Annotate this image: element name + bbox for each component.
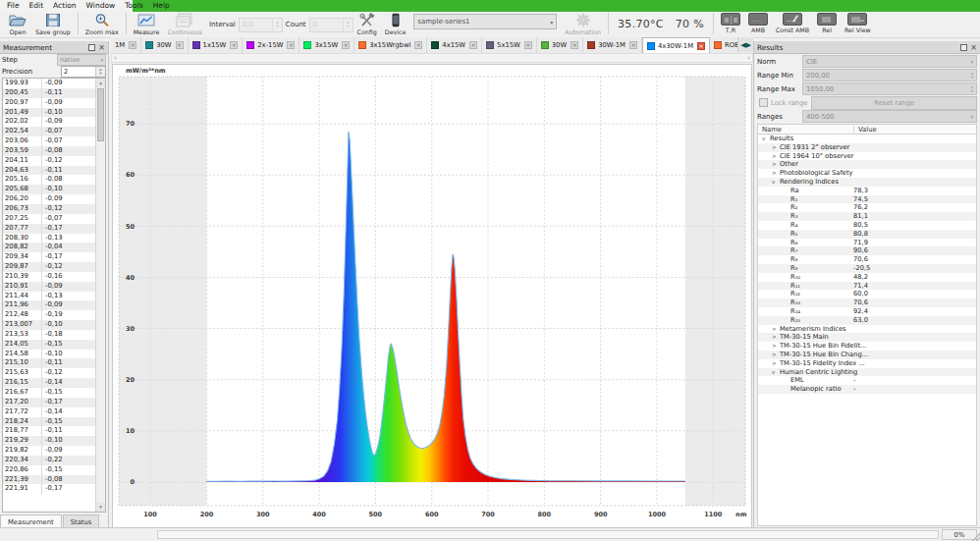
menu-help[interactable]: Help [148,0,175,12]
range-max-spinbox[interactable]: 1050,00 ▴▾ [802,82,977,95]
interval-spinner-arrows[interactable]: ▴ ▾ [272,19,282,31]
measurement-row[interactable]: 215,10-0,11 [3,358,96,368]
series-tab[interactable]: 30W× [537,37,583,53]
measurement-row[interactable]: 216,67-0,15 [3,388,96,398]
measurement-scrollbar[interactable]: ▴ ▾ [95,79,105,512]
scroll-up-icon[interactable]: ▴ [96,79,105,87]
close-tab-icon[interactable]: × [571,41,578,49]
measurement-row[interactable]: 205,16-0,08 [3,175,96,185]
const-amb-button[interactable]: Const AMB [772,12,813,37]
measurement-row[interactable]: 213,53-0,18 [3,330,96,340]
close-tab-icon[interactable]: × [129,41,136,49]
float-panel-icon[interactable] [960,44,967,51]
close-tab-icon[interactable]: × [697,42,705,50]
reset-range-button[interactable]: Reset range [811,96,977,110]
series-tab[interactable]: 3x15Wrgbwl× [354,37,427,53]
measurement-row[interactable]: 221,39-0,08 [3,475,96,485]
open-button[interactable]: Open [4,12,31,37]
lock-range-checkbox[interactable] [759,98,768,107]
measurement-row[interactable]: 202,54-0,07 [3,127,96,136]
series-tab[interactable]: 5x15W× [482,37,537,53]
measurement-row[interactable]: 202,02-0,09 [3,117,96,127]
tree-item[interactable]: R₆71,9 [758,239,976,247]
tree-item[interactable]: vResults [758,135,976,143]
chart-horizontal-scrollbar[interactable]: ‹ › [111,53,753,63]
device-button[interactable]: Device [381,12,410,37]
tree-item[interactable]: R₇90,6 [758,246,976,255]
tree-item[interactable]: >CIE 1964 10° observer [758,152,976,161]
expand-icon[interactable]: > [772,351,777,359]
save-group-button[interactable]: Save group [31,12,75,37]
tree-item[interactable]: >TM-30-15 Hue Bin Fidelit... [758,342,976,351]
spectrum-chart-canvas[interactable]: mW/m²*nm01020304050607010020030040050060… [112,64,752,528]
series-combobox[interactable]: sample-series1 ▾ [413,14,557,29]
series-tab[interactable]: 1M× [111,37,141,53]
close-tab-icon[interactable]: × [414,41,422,49]
tr-button[interactable]: T,R [717,12,744,37]
count-spinner-arrows[interactable]: ▴ ▾ [343,19,353,31]
spin-down-icon[interactable]: ▾ [96,72,105,76]
measurement-row[interactable]: 214,05-0,15 [3,340,96,350]
tree-item[interactable]: Ra78,3 [758,187,976,195]
measurement-row[interactable]: 221,91-0,17 [3,484,96,494]
measurement-row[interactable]: 207,25-0,07 [3,214,96,224]
scroll-down-icon[interactable]: ▾ [96,503,105,512]
hscroll-left-icon[interactable]: ‹ [112,54,119,62]
measurement-row[interactable]: 213,007-0,10 [3,320,96,330]
measurement-row[interactable]: 199,93-0,09 [3,79,96,88]
name-column-header[interactable]: Name [758,126,854,134]
measurement-row[interactable]: 204,11-0,12 [3,156,96,166]
measurement-row[interactable]: 208,82-0,04 [3,243,96,252]
continuous-button[interactable]: Continuous [163,12,206,37]
expand-icon[interactable]: > [772,152,777,161]
expand-icon[interactable]: > [772,325,777,334]
close-panel-icon[interactable]: × [98,44,105,51]
measurement-row[interactable]: 219,82-0,09 [3,446,96,456]
measurement-row[interactable]: 214,58-0,10 [3,350,96,359]
tree-item[interactable]: R₂76,2 [758,203,976,212]
norm-combobox[interactable]: CIE ▾ [802,55,977,68]
expand-icon[interactable]: > [772,333,777,342]
measurement-row[interactable]: 217,72-0,14 [3,407,96,417]
spin-down-icon[interactable]: ▾ [971,76,973,80]
tree-item[interactable]: R₁₃70,6 [758,298,976,307]
measurement-row[interactable]: 217,20-0,17 [3,398,96,407]
measurement-row[interactable]: 218,24-0,15 [3,417,96,427]
measurement-row[interactable]: 210,39-0,16 [3,272,96,282]
measurement-row[interactable]: 201,49-0,10 [3,108,96,118]
tree-item[interactable]: vHuman Centric Lighting [758,368,976,377]
spinner-arrows[interactable]: ▴▾ [971,72,973,80]
tree-item[interactable]: vRendering Indices [758,178,976,187]
tree-item[interactable]: R₉-20,5 [758,264,976,273]
measurement-row[interactable]: 206,73-0,12 [3,204,96,214]
menu-edit[interactable]: Edit [25,0,49,12]
close-tab-icon[interactable]: × [287,41,295,49]
measurement-row[interactable]: 215,63-0,12 [3,368,96,378]
tree-item[interactable]: EML- [758,376,976,385]
measurement-row[interactable]: 211,96-0,09 [3,300,96,310]
amb-button[interactable]: AMB [744,12,772,37]
measurement-row[interactable]: 209,34-0,17 [3,252,96,262]
measurement-row[interactable]: 212,48-0,19 [3,310,96,320]
tree-item[interactable]: R₁74,5 [758,195,976,204]
close-tab-icon[interactable]: × [524,41,532,49]
step-combobox[interactable]: native ▾ [57,54,106,66]
tree-item[interactable]: >Photobiological Safety [758,169,976,178]
series-tab[interactable]: 2x-15W× [243,37,299,53]
expand-icon[interactable]: > [772,169,777,178]
rel-button[interactable]: Rel [813,12,841,37]
expand-icon[interactable]: > [772,160,777,169]
measurement-row[interactable]: 220,86-0,15 [3,465,96,475]
dock-tab-measurement[interactable]: Measurement [0,514,62,528]
spectrum-chart[interactable]: mW/m²*nm01020304050607010020030040050060… [113,65,751,527]
measurement-row[interactable]: 219,29-0,10 [3,436,96,446]
menu-file[interactable]: File [2,0,25,12]
menu-window[interactable]: Window [82,0,121,12]
range-min-spinbox[interactable]: 200,00 ▴▾ [802,69,977,81]
series-tab[interactable]: 3x15W× [299,37,354,53]
measurement-row[interactable]: 206,20-0,09 [3,194,96,204]
close-tab-icon[interactable]: × [629,41,637,49]
measurement-row[interactable]: 211,44-0,13 [3,292,96,301]
measurement-row[interactable]: 200,97-0,09 [3,98,96,108]
tree-item[interactable]: R₃81,1 [758,212,976,221]
